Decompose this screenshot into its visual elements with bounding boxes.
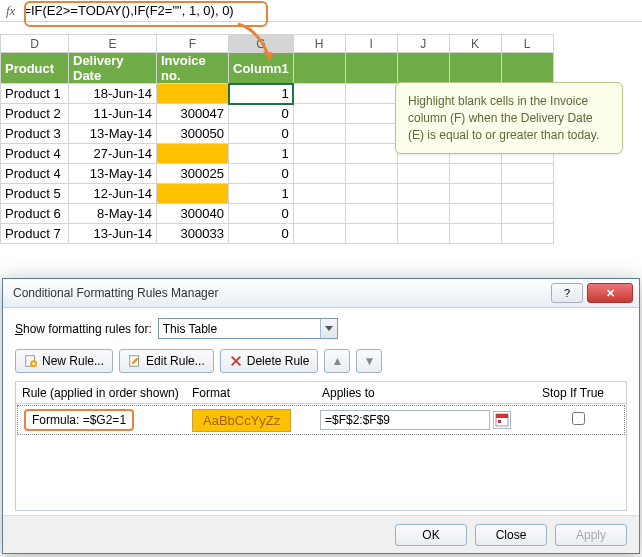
new-rule-button[interactable]: New Rule...	[15, 349, 113, 373]
col-header-L[interactable]: L	[501, 35, 553, 53]
table-header-cell[interactable]: Delivery Date	[69, 53, 157, 84]
col-header-I[interactable]: I	[345, 35, 397, 53]
cell-invoice[interactable]: 300025	[157, 164, 229, 184]
dropdown-icon[interactable]	[320, 319, 337, 338]
applies-to-input[interactable]	[320, 410, 490, 430]
cell-date[interactable]: 13-May-14	[69, 164, 157, 184]
col-header-F[interactable]: F	[157, 35, 229, 53]
cell-date[interactable]: 27-Jun-14	[69, 144, 157, 164]
empty-cell[interactable]	[501, 224, 553, 244]
cell-invoice[interactable]: 300047	[157, 104, 229, 124]
empty-cell[interactable]	[293, 84, 345, 104]
help-button[interactable]: ?	[551, 283, 583, 303]
apply-button[interactable]: Apply	[555, 524, 627, 546]
close-button[interactable]: ✕	[587, 283, 633, 303]
show-rules-combo[interactable]	[158, 318, 338, 339]
empty-cell[interactable]	[501, 184, 553, 204]
table-header-cell[interactable]	[397, 53, 449, 84]
cell-invoice[interactable]: 300033	[157, 224, 229, 244]
cell-invoice[interactable]	[157, 184, 229, 204]
cell-col1[interactable]: 1	[229, 184, 294, 204]
empty-cell[interactable]	[293, 124, 345, 144]
cell-invoice[interactable]: 300050	[157, 124, 229, 144]
col-header-J[interactable]: J	[397, 35, 449, 53]
col-header-E[interactable]: E	[69, 35, 157, 53]
empty-cell[interactable]	[293, 104, 345, 124]
close-footer-button[interactable]: Close	[475, 524, 547, 546]
empty-cell[interactable]	[449, 204, 501, 224]
move-down-button[interactable]: ▼	[356, 349, 382, 373]
empty-cell[interactable]	[293, 224, 345, 244]
table-header-cell[interactable]: Invoice no.	[157, 53, 229, 84]
empty-cell[interactable]	[501, 164, 553, 184]
empty-cell[interactable]	[501, 204, 553, 224]
cell-product[interactable]: Product 4	[1, 144, 69, 164]
table-header-cell[interactable]	[501, 53, 553, 84]
delete-rule-button[interactable]: Delete Rule	[220, 349, 319, 373]
stop-if-true-checkbox[interactable]	[572, 412, 585, 425]
show-rules-input[interactable]	[159, 322, 320, 336]
ok-button[interactable]: OK	[395, 524, 467, 546]
cell-product[interactable]: Product 3	[1, 124, 69, 144]
cell-product[interactable]: Product 2	[1, 104, 69, 124]
cell-date[interactable]: 11-Jun-14	[69, 104, 157, 124]
cell-invoice[interactable]	[157, 84, 229, 104]
empty-cell[interactable]	[293, 144, 345, 164]
empty-cell[interactable]	[293, 204, 345, 224]
empty-cell[interactable]	[345, 124, 397, 144]
empty-cell[interactable]	[397, 224, 449, 244]
cell-col1[interactable]: 1	[229, 144, 294, 164]
cell-col1[interactable]: 0	[229, 224, 294, 244]
cell-product[interactable]: Product 4	[1, 164, 69, 184]
col-header-K[interactable]: K	[449, 35, 501, 53]
col-header-D[interactable]: D	[1, 35, 69, 53]
col-header-H[interactable]: H	[293, 35, 345, 53]
edit-icon	[128, 354, 142, 368]
edit-rule-button[interactable]: Edit Rule...	[119, 349, 214, 373]
empty-cell[interactable]	[345, 184, 397, 204]
table-header-cell[interactable]: Column1	[229, 53, 294, 84]
empty-cell[interactable]	[397, 204, 449, 224]
cell-date[interactable]: 8-May-14	[69, 204, 157, 224]
dialog-footer: OK Close Apply	[3, 515, 639, 553]
cell-product[interactable]: Product 1	[1, 84, 69, 104]
cell-date[interactable]: 18-Jun-14	[69, 84, 157, 104]
table-header-cell[interactable]	[449, 53, 501, 84]
empty-cell[interactable]	[293, 184, 345, 204]
cell-col1[interactable]: 1	[229, 84, 294, 104]
empty-cell[interactable]	[397, 184, 449, 204]
cell-date[interactable]: 13-Jun-14	[69, 224, 157, 244]
table-header-cell[interactable]	[293, 53, 345, 84]
empty-cell[interactable]	[449, 224, 501, 244]
cell-col1[interactable]: 0	[229, 204, 294, 224]
empty-cell[interactable]	[345, 84, 397, 104]
cell-product[interactable]: Product 6	[1, 204, 69, 224]
cell-product[interactable]: Product 7	[1, 224, 69, 244]
empty-cell[interactable]	[449, 184, 501, 204]
cell-invoice[interactable]: 300040	[157, 204, 229, 224]
cell-date[interactable]: 13-May-14	[69, 124, 157, 144]
cell-date[interactable]: 12-Jun-14	[69, 184, 157, 204]
empty-cell[interactable]	[345, 144, 397, 164]
col-header-G[interactable]: G	[229, 35, 294, 53]
range-picker-icon[interactable]	[493, 411, 511, 429]
empty-cell[interactable]	[345, 164, 397, 184]
empty-cell[interactable]	[345, 224, 397, 244]
cell-col1[interactable]: 0	[229, 164, 294, 184]
empty-cell[interactable]	[345, 104, 397, 124]
table-header-cell[interactable]	[345, 53, 397, 84]
empty-cell[interactable]	[397, 164, 449, 184]
cell-product[interactable]: Product 5	[1, 184, 69, 204]
rule-row[interactable]: Formula: =$G2=1 AaBbCcYyZz	[17, 405, 625, 435]
cell-col1[interactable]: 0	[229, 104, 294, 124]
table-header-cell[interactable]: Product	[1, 53, 69, 84]
rules-list[interactable]: Formula: =$G2=1 AaBbCcYyZz	[15, 403, 627, 511]
empty-cell[interactable]	[293, 164, 345, 184]
empty-cell[interactable]	[449, 164, 501, 184]
empty-cell[interactable]	[345, 204, 397, 224]
cell-invoice[interactable]	[157, 144, 229, 164]
formula-input[interactable]	[23, 3, 642, 18]
move-up-button[interactable]: ▲	[324, 349, 350, 373]
fx-icon[interactable]: fx	[6, 3, 15, 19]
cell-col1[interactable]: 0	[229, 124, 294, 144]
